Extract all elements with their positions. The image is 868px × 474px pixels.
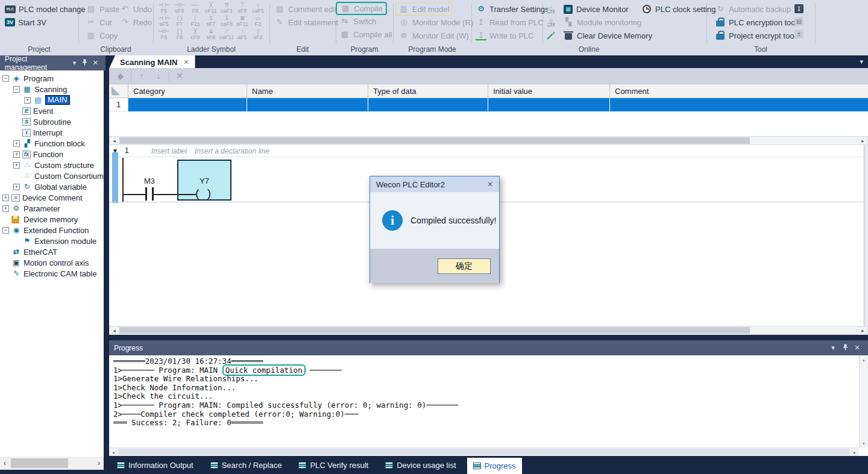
pin-icon[interactable] (839, 344, 851, 352)
sidebar-item-parameter[interactable]: +⚙Parameter (0, 203, 104, 214)
paste-button[interactable]: ▤Paste (86, 2, 119, 16)
tree-expander[interactable]: − (13, 86, 20, 93)
monitor-edit-button[interactable]: ⊚Monitor Edit (W) (398, 29, 473, 42)
cell-type-of-data[interactable] (368, 98, 488, 111)
ladder-symbol-button[interactable]: ↑aF5 (234, 28, 250, 41)
sidebar-item-subroutine[interactable]: SSubroutine (0, 116, 104, 127)
scrollbar-thumb[interactable] (119, 137, 750, 144)
comment-edit-button[interactable]: ▤Comment edit (274, 2, 338, 16)
ladder-symbol-button[interactable]: ▯sF2 (250, 28, 266, 41)
scroll-left-icon[interactable]: ◂ (110, 326, 119, 334)
tab-plc-verify-result[interactable]: PLC Verify result (292, 458, 374, 472)
cut-button[interactable]: ✂Cut (86, 16, 119, 29)
tab-progress[interactable]: Progress (467, 458, 522, 474)
tab-information-output[interactable]: Information Output (111, 458, 200, 472)
tab-device-usage-list[interactable]: Device usage list (379, 458, 462, 472)
compile-button[interactable]: ▦Compile (336, 2, 387, 15)
sidebar-item-main[interactable]: +▤MAIN (0, 95, 104, 105)
sidebar-item-event[interactable]: EEvent (0, 105, 104, 116)
edit-statement-button[interactable]: ✎Edit statement (274, 16, 338, 29)
tab-close-icon[interactable]: ✕ (183, 58, 189, 66)
tab-list-dropdown-icon[interactable]: ▾ (860, 58, 863, 66)
tree-expander[interactable]: + (13, 184, 20, 190)
move-up-icon[interactable]: ↑ (135, 71, 148, 81)
ladder-symbol-button[interactable]: │F11 (187, 14, 203, 28)
switch-button[interactable]: ⇆Switch (339, 14, 392, 28)
sidebar-item-interrupt[interactable]: IInterrupt (0, 127, 104, 138)
remote-antenna-icon[interactable] (546, 29, 555, 42)
tree-expander[interactable]: − (2, 227, 9, 234)
insert-label-placeholder[interactable]: Insert label (151, 147, 187, 155)
scroll-up-icon[interactable]: ▴ (860, 355, 868, 364)
backup-download-icon[interactable]: ↧ (794, 4, 804, 13)
module-monitoring-button[interactable]: ▚Module monitoring (563, 16, 652, 29)
sidebar-item-function[interactable]: +fxFunction (0, 149, 104, 160)
cell-name[interactable] (247, 98, 368, 111)
copy-button[interactable]: ▥Copy (86, 29, 119, 42)
ladder-symbol-button[interactable]: { }F8 (172, 28, 187, 41)
ok-button[interactable]: 确定 (438, 258, 491, 274)
scroll-right-icon[interactable]: ▸ (858, 326, 867, 334)
sidebar-item-program[interactable]: −◈Program (0, 73, 104, 84)
sidebar-item-extended-function[interactable]: −◉Extended Function (0, 225, 104, 235)
ladder-symbol-button[interactable]: ⊣/⊢sF6 (172, 1, 187, 14)
document-icon[interactable]: ▤ (794, 17, 804, 26)
ladder-vertical-scrollbar[interactable] (864, 145, 868, 326)
clear-device-memory-button[interactable]: Clear Device Memory (563, 29, 652, 42)
cell-initial-value[interactable] (488, 98, 610, 111)
tab-search-replace[interactable]: Search / Replace (204, 458, 288, 472)
ladder-symbol-button[interactable]: ∕caF11 (219, 28, 234, 41)
sidebar-item-motion-control-axis[interactable]: ▣Motion control axis (0, 257, 104, 268)
cell-comment[interactable] (610, 98, 868, 111)
table-horizontal-scrollbar[interactable]: ◂ ▸ (109, 136, 868, 145)
tree-expander[interactable]: + (13, 162, 20, 169)
tree-expander[interactable]: + (24, 97, 31, 104)
start-3v-button[interactable]: 3V Start 3V (5, 16, 86, 29)
dialog-close-icon[interactable]: ✕ (487, 180, 493, 189)
ladder-symbol-button[interactable]: ( )F7 (172, 14, 187, 28)
ladder-symbol-button[interactable]: ⊣/⊢F6 (156, 28, 172, 41)
scroll-left-icon[interactable]: ◂ (109, 448, 118, 456)
sidebar-item-device-comment[interactable]: +≡Device Comment (0, 192, 104, 203)
project-encrypt-tool-button[interactable]: Project encrypt tool (715, 29, 797, 42)
scroll-down-icon[interactable]: ▾ (860, 439, 868, 447)
sidebar-item-global-variable[interactable]: +↻Global variable (0, 181, 104, 192)
table-corner-cell[interactable] (109, 84, 128, 98)
scrollbar-thumb[interactable] (11, 458, 68, 468)
contact-label[interactable]: M3 (142, 176, 157, 186)
ladder-symbol-button[interactable]: ╳cF11 (203, 1, 219, 14)
monitor-mode-button[interactable]: ◎Monitor Mode (R) (398, 16, 473, 29)
undo-button[interactable]: ↶Undo (119, 2, 152, 16)
redo-button[interactable]: ↷Redo (119, 16, 152, 29)
automatic-backup-button[interactable]: ↻Automatic backup (715, 2, 797, 16)
ladder-symbol-button[interactable]: ╳cF9 (187, 28, 203, 41)
insert-row-icon[interactable]: ◆ (114, 71, 127, 81)
scroll-left-icon[interactable]: ◂ (110, 137, 119, 145)
ladder-symbol-button[interactable]: ──F9 (187, 1, 203, 14)
plc-verify-icon[interactable]: ✓PLC (546, 2, 555, 16)
sidebar-item-ethercat[interactable]: ⇄EtherCAT (0, 246, 104, 257)
ladder-symbol-button[interactable]: ⊤sF9 (234, 1, 250, 14)
sidebar-horizontal-scrollbar[interactable]: ‹ › (0, 457, 104, 470)
sidebar-item-custom-structure[interactable]: +∴Custom structure (0, 160, 104, 170)
sidebar-item-extension-module[interactable]: ⚑Extension module (0, 235, 104, 246)
plc-model-change-button[interactable]: PLC PLC model change (5, 2, 86, 16)
tree-expander[interactable]: + (13, 140, 20, 147)
tree-expander[interactable]: + (2, 195, 9, 201)
scroll-right-icon[interactable]: ▸ (851, 448, 859, 456)
plc-clock-setting-button[interactable]: PLC clock setting (641, 2, 715, 16)
ladder-symbol-button[interactable]: ⊣ ⊢F5 (156, 1, 172, 14)
sidebar-item-electronic-cam-table[interactable]: ✎Electronic CAM table (0, 268, 104, 279)
ladder-symbol-button[interactable]: ⊠sF11 (234, 14, 250, 28)
scrollbar-thumb[interactable] (118, 449, 850, 455)
scroll-right-icon[interactable]: ▸ (858, 137, 867, 145)
sidebar-item-device-memory[interactable]: Device memory (0, 214, 104, 225)
delete-row-icon[interactable]: ✕ (173, 71, 186, 81)
panel-close-icon[interactable]: ✕ (851, 344, 863, 352)
write-to-plc-button[interactable]: ↧Write to PLC (476, 29, 549, 42)
ladder-symbol-button[interactable]: ↧caF8 (219, 14, 234, 28)
ladder-horizontal-scrollbar[interactable]: ◂ ▸ (109, 326, 868, 335)
log-horizontal-scrollbar[interactable]: ◂ ▸ (109, 447, 859, 456)
compile-all-button[interactable]: ▩Compile all (339, 28, 392, 41)
calculator-icon[interactable]: ± (794, 30, 804, 39)
